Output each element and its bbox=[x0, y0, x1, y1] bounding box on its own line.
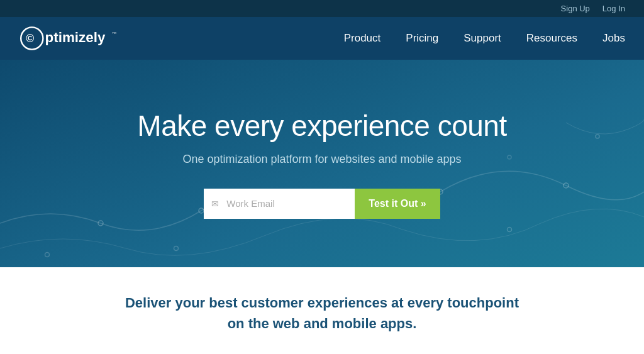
svg-point-8 bbox=[564, 183, 569, 188]
bottom-text: Deliver your best customer experiences a… bbox=[125, 292, 519, 334]
hero-section: Make every experience count One optimiza… bbox=[0, 60, 644, 267]
hero-subheadline: One optimization platform for websites a… bbox=[182, 153, 461, 166]
email-icon: ✉ bbox=[211, 199, 219, 209]
svg-point-5 bbox=[199, 208, 204, 213]
svg-point-13 bbox=[508, 155, 511, 159]
email-input-wrapper: ✉ bbox=[204, 189, 355, 219]
optimizely-logo[interactable]: © ptimizely ™ bbox=[19, 25, 119, 52]
svg-text:©: © bbox=[26, 32, 34, 45]
bottom-line2: on the web and mobile apps. bbox=[228, 316, 417, 331]
bottom-line1: Deliver your best customer experiences a… bbox=[125, 295, 519, 311]
nav-resources[interactable]: Resources bbox=[526, 32, 577, 44]
email-input[interactable] bbox=[204, 189, 355, 219]
svg-text:™: ™ bbox=[112, 31, 116, 36]
nav-product[interactable]: Product bbox=[344, 32, 381, 44]
logo-area: © ptimizely ™ bbox=[19, 25, 119, 52]
login-link[interactable]: Log In bbox=[602, 4, 625, 13]
signup-link[interactable]: Sign Up bbox=[561, 4, 590, 13]
nav-links: Product Pricing Support Resources Jobs bbox=[344, 32, 625, 45]
nav-jobs[interactable]: Jobs bbox=[602, 32, 625, 44]
svg-point-4 bbox=[98, 221, 103, 226]
svg-point-9 bbox=[45, 253, 50, 257]
nav-pricing[interactable]: Pricing bbox=[406, 32, 438, 44]
main-nav: © ptimizely ™ Product Pricing Support Re… bbox=[0, 17, 644, 60]
svg-point-11 bbox=[508, 228, 512, 232]
svg-point-12 bbox=[596, 135, 599, 138]
nav-support[interactable]: Support bbox=[464, 32, 501, 44]
cta-form: ✉ Test it Out » bbox=[204, 189, 440, 219]
test-it-out-button[interactable]: Test it Out » bbox=[355, 189, 440, 219]
top-bar: Sign Up Log In bbox=[0, 0, 644, 17]
hero-headline: Make every experience count bbox=[137, 109, 506, 143]
svg-point-10 bbox=[174, 246, 179, 251]
bottom-section: Deliver your best customer experiences a… bbox=[0, 267, 644, 354]
svg-text:ptimizely: ptimizely bbox=[45, 30, 106, 45]
